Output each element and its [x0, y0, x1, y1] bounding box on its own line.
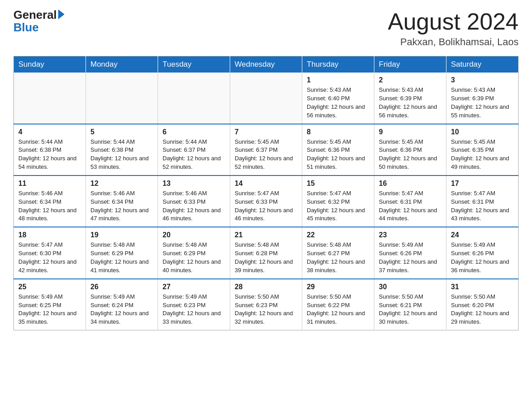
table-row: 19Sunrise: 5:48 AM Sunset: 6:29 PM Dayli… — [86, 227, 158, 278]
day-number: 26 — [90, 283, 153, 291]
day-number: 19 — [90, 231, 153, 239]
logo: General Blue — [13, 9, 64, 34]
day-number: 7 — [235, 128, 297, 136]
col-thursday: Thursday — [302, 56, 374, 73]
day-number: 15 — [307, 180, 369, 188]
day-number: 14 — [235, 180, 297, 188]
col-friday: Friday — [374, 56, 446, 73]
day-info: Sunrise: 5:43 AM Sunset: 6:40 PM Dayligh… — [307, 86, 369, 120]
table-row: 2Sunrise: 5:43 AM Sunset: 6:39 PM Daylig… — [374, 73, 446, 124]
day-number: 20 — [163, 231, 225, 239]
day-info: Sunrise: 5:47 AM Sunset: 6:30 PM Dayligh… — [18, 241, 81, 274]
day-number: 1 — [307, 76, 369, 84]
table-row: 14Sunrise: 5:47 AM Sunset: 6:33 PM Dayli… — [230, 176, 302, 227]
day-number: 22 — [307, 231, 369, 239]
day-info: Sunrise: 5:47 AM Sunset: 6:32 PM Dayligh… — [307, 189, 369, 223]
table-row: 1Sunrise: 5:43 AM Sunset: 6:40 PM Daylig… — [302, 73, 374, 124]
day-info: Sunrise: 5:49 AM Sunset: 6:24 PM Dayligh… — [90, 293, 153, 326]
table-row: 8Sunrise: 5:45 AM Sunset: 6:36 PM Daylig… — [302, 124, 374, 176]
day-info: Sunrise: 5:48 AM Sunset: 6:29 PM Dayligh… — [163, 241, 225, 274]
table-row — [86, 73, 158, 124]
day-info: Sunrise: 5:45 AM Sunset: 6:35 PM Dayligh… — [451, 138, 514, 171]
day-number: 2 — [379, 76, 442, 84]
table-row: 18Sunrise: 5:47 AM Sunset: 6:30 PM Dayli… — [14, 227, 86, 278]
table-row: 21Sunrise: 5:48 AM Sunset: 6:28 PM Dayli… — [230, 227, 302, 278]
table-row: 27Sunrise: 5:49 AM Sunset: 6:23 PM Dayli… — [158, 279, 230, 330]
day-info: Sunrise: 5:44 AM Sunset: 6:38 PM Dayligh… — [18, 138, 81, 171]
logo-blue-text: Blue — [13, 21, 39, 34]
day-number: 11 — [18, 180, 81, 188]
table-row: 29Sunrise: 5:50 AM Sunset: 6:22 PM Dayli… — [302, 279, 374, 330]
calendar-header-row: Sunday Monday Tuesday Wednesday Thursday… — [14, 56, 519, 73]
table-row: 13Sunrise: 5:46 AM Sunset: 6:33 PM Dayli… — [158, 176, 230, 227]
day-info: Sunrise: 5:49 AM Sunset: 6:25 PM Dayligh… — [18, 293, 81, 326]
day-number: 10 — [451, 128, 514, 136]
table-row: 11Sunrise: 5:46 AM Sunset: 6:34 PM Dayli… — [14, 176, 86, 227]
day-info: Sunrise: 5:44 AM Sunset: 6:38 PM Dayligh… — [90, 138, 153, 171]
day-number: 28 — [235, 283, 297, 291]
page-header: General Blue August 2024 Pakxan, Bolikha… — [13, 9, 519, 48]
table-row — [158, 73, 230, 124]
day-number: 18 — [18, 231, 81, 239]
col-wednesday: Wednesday — [230, 56, 302, 73]
col-sunday: Sunday — [14, 56, 86, 73]
col-tuesday: Tuesday — [158, 56, 230, 73]
table-row: 5Sunrise: 5:44 AM Sunset: 6:38 PM Daylig… — [86, 124, 158, 176]
table-row: 25Sunrise: 5:49 AM Sunset: 6:25 PM Dayli… — [14, 279, 86, 330]
day-info: Sunrise: 5:47 AM Sunset: 6:33 PM Dayligh… — [235, 189, 297, 223]
month-title: August 2024 — [388, 9, 519, 34]
day-number: 24 — [451, 231, 514, 239]
day-info: Sunrise: 5:50 AM Sunset: 6:22 PM Dayligh… — [307, 293, 369, 326]
day-number: 17 — [451, 180, 514, 188]
col-monday: Monday — [86, 56, 158, 73]
day-info: Sunrise: 5:48 AM Sunset: 6:27 PM Dayligh… — [307, 241, 369, 274]
table-row: 7Sunrise: 5:45 AM Sunset: 6:37 PM Daylig… — [230, 124, 302, 176]
table-row: 26Sunrise: 5:49 AM Sunset: 6:24 PM Dayli… — [86, 279, 158, 330]
table-row: 22Sunrise: 5:48 AM Sunset: 6:27 PM Dayli… — [302, 227, 374, 278]
day-number: 13 — [163, 180, 225, 188]
day-info: Sunrise: 5:50 AM Sunset: 6:21 PM Dayligh… — [379, 293, 442, 326]
day-info: Sunrise: 5:49 AM Sunset: 6:23 PM Dayligh… — [163, 293, 225, 326]
day-info: Sunrise: 5:45 AM Sunset: 6:36 PM Dayligh… — [307, 138, 369, 171]
day-info: Sunrise: 5:47 AM Sunset: 6:31 PM Dayligh… — [451, 189, 514, 223]
day-number: 4 — [18, 128, 81, 136]
table-row: 16Sunrise: 5:47 AM Sunset: 6:31 PM Dayli… — [374, 176, 446, 227]
table-row: 12Sunrise: 5:46 AM Sunset: 6:34 PM Dayli… — [86, 176, 158, 227]
table-row: 23Sunrise: 5:49 AM Sunset: 6:26 PM Dayli… — [374, 227, 446, 278]
day-info: Sunrise: 5:46 AM Sunset: 6:34 PM Dayligh… — [18, 189, 81, 223]
col-saturday: Saturday — [446, 56, 519, 73]
day-info: Sunrise: 5:48 AM Sunset: 6:29 PM Dayligh… — [90, 241, 153, 274]
table-row: 15Sunrise: 5:47 AM Sunset: 6:32 PM Dayli… — [302, 176, 374, 227]
day-number: 5 — [90, 128, 153, 136]
day-info: Sunrise: 5:46 AM Sunset: 6:33 PM Dayligh… — [163, 189, 225, 223]
day-number: 30 — [379, 283, 442, 291]
table-row — [14, 73, 86, 124]
table-row — [230, 73, 302, 124]
day-number: 6 — [163, 128, 225, 136]
day-number: 25 — [18, 283, 81, 291]
table-row: 24Sunrise: 5:49 AM Sunset: 6:26 PM Dayli… — [446, 227, 519, 278]
day-info: Sunrise: 5:45 AM Sunset: 6:36 PM Dayligh… — [379, 138, 442, 171]
day-info: Sunrise: 5:49 AM Sunset: 6:26 PM Dayligh… — [379, 241, 442, 274]
table-row: 10Sunrise: 5:45 AM Sunset: 6:35 PM Dayli… — [446, 124, 519, 176]
day-info: Sunrise: 5:48 AM Sunset: 6:28 PM Dayligh… — [235, 241, 297, 274]
table-row: 17Sunrise: 5:47 AM Sunset: 6:31 PM Dayli… — [446, 176, 519, 227]
day-info: Sunrise: 5:43 AM Sunset: 6:39 PM Dayligh… — [379, 86, 442, 120]
calendar-table: Sunday Monday Tuesday Wednesday Thursday… — [13, 56, 519, 330]
day-info: Sunrise: 5:46 AM Sunset: 6:34 PM Dayligh… — [90, 189, 153, 223]
day-info: Sunrise: 5:47 AM Sunset: 6:31 PM Dayligh… — [379, 189, 442, 223]
location-title: Pakxan, Bolikhamsai, Laos — [388, 36, 519, 48]
day-number: 16 — [379, 180, 442, 188]
calendar-week-row: 1Sunrise: 5:43 AM Sunset: 6:40 PM Daylig… — [14, 73, 519, 124]
day-info: Sunrise: 5:43 AM Sunset: 6:39 PM Dayligh… — [451, 86, 514, 120]
day-number: 8 — [307, 128, 369, 136]
table-row: 28Sunrise: 5:50 AM Sunset: 6:23 PM Dayli… — [230, 279, 302, 330]
table-row: 9Sunrise: 5:45 AM Sunset: 6:36 PM Daylig… — [374, 124, 446, 176]
table-row: 3Sunrise: 5:43 AM Sunset: 6:39 PM Daylig… — [446, 73, 519, 124]
day-number: 12 — [90, 180, 153, 188]
table-row: 20Sunrise: 5:48 AM Sunset: 6:29 PM Dayli… — [158, 227, 230, 278]
logo-general-text: General — [13, 9, 57, 21]
calendar-week-row: 4Sunrise: 5:44 AM Sunset: 6:38 PM Daylig… — [14, 124, 519, 176]
table-row: 4Sunrise: 5:44 AM Sunset: 6:38 PM Daylig… — [14, 124, 86, 176]
day-info: Sunrise: 5:49 AM Sunset: 6:26 PM Dayligh… — [451, 241, 514, 274]
